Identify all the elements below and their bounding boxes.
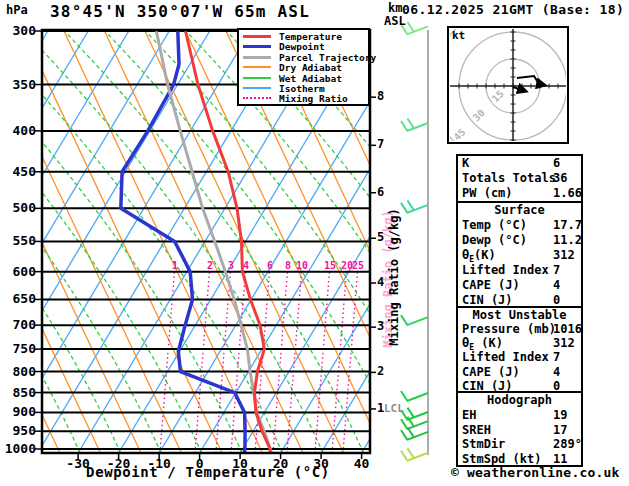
table-row-value: 1016 xyxy=(553,322,581,336)
svg-text:8: 8 xyxy=(285,260,291,271)
table-row: K6 xyxy=(458,156,581,171)
pressure-tick-label: 700 xyxy=(4,317,36,332)
trace-dewpoint xyxy=(121,31,245,455)
km-tick-label: 2 xyxy=(377,364,384,378)
table-section: SurfaceTemp (°C)17.7Dewp (°C)11.2θE(K)31… xyxy=(458,201,581,306)
temperature-tick-label: 20 xyxy=(259,456,303,471)
wind-barb xyxy=(401,200,428,212)
temperature-tick-label: 10 xyxy=(218,456,262,471)
temperature-tick-label: -10 xyxy=(137,456,181,471)
legend-sample-line xyxy=(243,66,271,68)
table-row: StmSpd (kt)11 xyxy=(458,452,581,465)
svg-text:4: 4 xyxy=(243,260,249,271)
table-row-value: 17.7 xyxy=(553,218,581,233)
pressure-tick-label: 1000 xyxy=(4,441,36,456)
table-row: CIN (J)0 xyxy=(458,379,581,391)
svg-text:6: 6 xyxy=(267,260,273,271)
legend-item: Temperature xyxy=(239,31,368,41)
pressure-tick-label: 350 xyxy=(4,77,36,92)
km-tick-label: 1 xyxy=(377,401,384,415)
pressure-tick-label: 950 xyxy=(4,423,36,438)
table-row: Temp (°C)17.7 xyxy=(458,218,581,233)
hodograph-unit-label: kt xyxy=(452,29,465,42)
table-row-label: PW (cm) xyxy=(462,186,513,200)
altitude-unit-km: km xyxy=(388,1,402,15)
table-row: Dewp (°C)11.2 xyxy=(458,233,581,248)
table-row-label: Lifted Index xyxy=(462,263,549,277)
legend-sample-line xyxy=(243,77,271,79)
table-section: K6Totals Totals36PW (cm)1.66 xyxy=(458,156,581,201)
legend-item-label: Parcel Trajectory xyxy=(279,52,376,63)
datetime-label: 06.12.2025 21GMT (Base: 18) xyxy=(402,2,624,17)
table-row: StmDir289° xyxy=(458,437,581,452)
pressure-tick-label: 800 xyxy=(4,364,36,379)
table-row-label: Totals Totals xyxy=(462,171,556,185)
legend-sample-line xyxy=(243,87,271,89)
table-row: Lifted Index7 xyxy=(458,263,581,278)
hodograph-trace xyxy=(513,87,525,91)
table-row: Pressure (mb)1016 xyxy=(458,322,581,336)
table-section-header: Hodograph xyxy=(458,393,581,408)
km-tick-label: 3 xyxy=(377,319,384,333)
svg-text:1: 1 xyxy=(172,260,178,271)
wind-barb xyxy=(401,448,428,460)
legend-sample-line xyxy=(243,45,271,48)
table-row-value: 17 xyxy=(553,423,567,438)
pressure-tick-label: 300 xyxy=(4,23,36,38)
mixing-ratio-axis-label: Mixing Ratio (g/kg) xyxy=(387,192,401,362)
legend-item: Dewpoint xyxy=(239,41,368,51)
pressure-unit-label: hPa xyxy=(6,3,28,17)
legend-item: Isotherm xyxy=(239,83,368,93)
table-row: Lifted Index7 xyxy=(458,350,581,364)
table-row-value: 36 xyxy=(553,171,567,186)
table-section-header: Surface xyxy=(458,203,581,218)
legend-item-label: Dry Adiabat xyxy=(279,62,342,73)
svg-text:25: 25 xyxy=(352,260,364,271)
pressure-tick-label: 750 xyxy=(4,341,36,356)
table-row-value: 1.66 xyxy=(553,186,581,201)
legend-sample-line xyxy=(243,56,271,59)
table-section-header: Most Unstable xyxy=(458,308,581,322)
pressure-tick-label: 500 xyxy=(4,200,36,215)
table-row-label: θE(K) xyxy=(462,248,496,262)
table-section: HodographEH19SREH17StmDir289°StmSpd (kt)… xyxy=(458,391,581,465)
table-row: Totals Totals36 xyxy=(458,171,581,186)
table-row-value: 6 xyxy=(553,156,560,171)
table-row: CIN (J)0 xyxy=(458,293,581,306)
wind-barb xyxy=(401,408,428,420)
legend-item-label: Wet Adiabat xyxy=(279,73,342,84)
table-row-value: 0 xyxy=(553,379,560,391)
temperature-tick-label: -30 xyxy=(56,456,100,471)
table-section: Most UnstablePressure (mb)1016θE (K)312L… xyxy=(458,306,581,391)
legend-item-label: Mixing Ratio xyxy=(279,93,348,104)
table-row-value: 312 xyxy=(553,336,575,350)
table-row-label: StmDir xyxy=(462,437,505,451)
svg-text:15: 15 xyxy=(324,260,336,271)
temperature-tick-label: 30 xyxy=(299,456,343,471)
km-tick-label: 4 xyxy=(377,275,384,289)
legend: TemperatureDewpointParcel TrajectoryDry … xyxy=(237,28,370,106)
svg-text:2: 2 xyxy=(207,260,213,271)
table-row-label: θE (K) xyxy=(462,336,503,350)
svg-text:15: 15 xyxy=(490,88,506,104)
table-row-value: 19 xyxy=(553,408,567,423)
table-row: CAPE (J)4 xyxy=(458,365,581,379)
wind-barb xyxy=(401,391,428,401)
legend-item-label: Isotherm xyxy=(279,83,325,94)
table-row-value: 312 xyxy=(553,248,575,263)
pressure-tick-label: 400 xyxy=(4,123,36,138)
pressure-tick-label: 450 xyxy=(4,164,36,179)
wind-barb xyxy=(401,417,428,429)
temperature-tick-label: 0 xyxy=(178,456,222,471)
pressure-tick-label: 550 xyxy=(4,233,36,248)
indices-table: K6Totals Totals36PW (cm)1.66SurfaceTemp … xyxy=(456,154,583,467)
pressure-tick-label: 600 xyxy=(4,264,36,279)
table-row-label: CAPE (J) xyxy=(462,365,520,379)
km-tick-label: 8 xyxy=(377,89,384,103)
legend-item-label: Dewpoint xyxy=(279,41,325,52)
legend-item-label: Temperature xyxy=(279,31,342,42)
table-row-value: 7 xyxy=(553,263,560,278)
legend-item: Parcel Trajectory xyxy=(239,52,368,62)
table-row-label: EH xyxy=(462,408,476,422)
table-row: θE(K)312 xyxy=(458,248,581,263)
